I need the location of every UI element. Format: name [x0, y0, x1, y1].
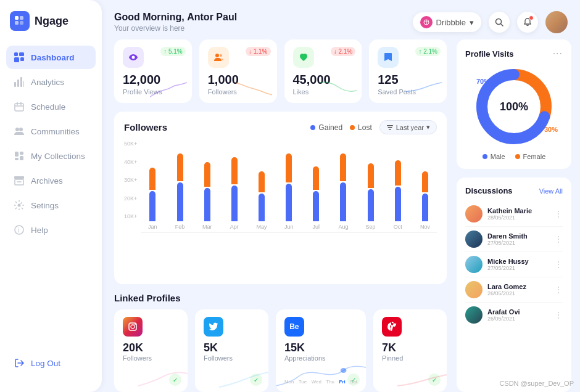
notification-button[interactable] [517, 12, 538, 33]
bar-blue [340, 182, 346, 221]
stat-card-saved-posts: 125 Saved Posts ↑ 2.1% [369, 39, 447, 103]
svg-rect-36 [389, 129, 391, 130]
bar-orange [231, 157, 238, 184]
svg-point-26 [15, 226, 23, 234]
linked-card-pinterest: 7K Pinned ✓ [373, 309, 447, 392]
sidebar-item-archives[interactable]: Archives [6, 169, 96, 192]
svg-rect-9 [17, 80, 19, 87]
bar-blue [313, 191, 319, 222]
bar-group-sep: Sep [359, 153, 383, 230]
bar-group-aug: Aug [331, 153, 355, 230]
instagram-label: Followers [123, 354, 179, 362]
linked-profiles-section: Linked Profiles 20K Followers ✓ [114, 293, 447, 392]
linked-cards: 20K Followers ✓ 5K Followers ✓ [114, 309, 447, 392]
svg-point-33 [220, 54, 222, 57]
sidebar-item-settings[interactable]: Setings [6, 194, 96, 217]
greeting-subtitle: Your overview is here [114, 24, 237, 33]
bar-label: Jun [284, 224, 294, 230]
nav-items: Dashboard Analytics [0, 46, 102, 345]
discussion-item[interactable]: Daren Smith 27/05/2021 ⋮ [465, 227, 563, 252]
bar-orange [149, 168, 155, 190]
discussion-name: Micke Hussy [487, 258, 549, 265]
legend-gained: Gained [310, 123, 342, 132]
search-button[interactable] [489, 12, 510, 33]
view-all-button[interactable]: View All [539, 187, 563, 195]
profile-visits-more[interactable]: ··· [553, 48, 563, 59]
bar-blue [149, 191, 155, 222]
sidebar-bottom: Log Out [0, 345, 102, 381]
discussion-name: Daren Smith [487, 232, 549, 240]
stat-cards: 12,000 Profile Views ↑ 5.1% 1,000 Follow… [114, 39, 447, 103]
logo-icon [10, 11, 30, 31]
female-dot [515, 154, 520, 159]
bar-orange [422, 171, 428, 192]
sidebar-item-communities[interactable]: Communities [6, 120, 96, 143]
platform-label: Dribbble [436, 18, 466, 27]
svg-rect-4 [14, 52, 18, 56]
schedule-label: Schedule [31, 102, 65, 112]
linked-card-twitter: 5K Followers ✓ [195, 309, 268, 392]
sidebar-item-schedule[interactable]: Schedule [6, 95, 96, 118]
bar-group-oct: Oct [386, 153, 410, 230]
bar-blue [204, 188, 210, 221]
discussion-more[interactable]: ⋮ [554, 285, 563, 295]
svg-rect-20 [15, 158, 19, 160]
discussion-more[interactable]: ⋮ [554, 310, 563, 320]
discussions-header: Discussions View All [465, 186, 563, 195]
archives-icon [14, 175, 25, 186]
sidebar-item-dashboard[interactable]: Dashboard [6, 46, 96, 69]
user-avatar[interactable] [545, 11, 568, 33]
svg-rect-8 [14, 82, 16, 87]
svg-point-31 [132, 56, 135, 59]
bar-group-mar: Mar [196, 153, 219, 230]
legend-lost: Lost [350, 123, 372, 132]
discussion-date: 27/05/2021 [487, 240, 549, 246]
stat-card-followers: 1,000 Followers ↓ 1.1% [199, 39, 277, 103]
behance-value: 15K [284, 341, 357, 354]
bar-group-may: May [250, 153, 273, 230]
bar-label: Oct [394, 224, 402, 230]
bar-blue [231, 186, 238, 222]
discussion-avatar [465, 256, 483, 273]
followers-section: Followers Gained Lost [114, 112, 447, 284]
discussion-item[interactable]: Micke Hussy 27/05/2021 ⋮ [465, 252, 563, 277]
svg-rect-35 [387, 127, 392, 128]
donut-legend: Male Female [465, 153, 563, 160]
svg-rect-5 [19, 52, 24, 56]
logout-button[interactable]: Log Out [6, 351, 96, 375]
sidebar: Ngage Dashboard [0, 0, 102, 392]
followers-title: Followers [124, 122, 167, 133]
profile-visits-header: Profile Visits ··· [465, 48, 563, 59]
svg-rect-7 [20, 57, 24, 61]
filter-label: Last year [396, 124, 424, 131]
discussion-info: Daren Smith 27/05/2021 [487, 232, 549, 246]
body-area: 12,000 Profile Views ↑ 5.1% 1,000 Follow… [102, 39, 580, 392]
discussion-more[interactable]: ⋮ [554, 209, 563, 219]
svg-rect-2 [15, 21, 19, 25]
stat-card-likes: 45,000 Likes ↓ 2.1% [284, 39, 362, 103]
discussion-item[interactable]: Kathein Marie 28/05/2021 ⋮ [465, 202, 563, 227]
discussion-item[interactable]: Arafat Ovi 26/05/2021 ⋮ [465, 303, 563, 327]
greeting-text: Good Morning, Antor Paul [114, 12, 237, 23]
discussion-more[interactable]: ⋮ [554, 234, 563, 244]
time-filter-button[interactable]: Last year ▾ [379, 120, 437, 134]
platform-selector[interactable]: Dribbble ▾ [413, 12, 481, 32]
sidebar-item-help[interactable]: i Help [6, 218, 96, 242]
twitter-value: 5K [204, 341, 260, 354]
male-percent-label: 70% [476, 78, 490, 85]
help-icon: i [14, 224, 25, 235]
lost-dot [350, 125, 355, 130]
discussion-more[interactable]: ⋮ [554, 259, 563, 269]
collections-icon [14, 150, 25, 161]
center-panel: 12,000 Profile Views ↑ 5.1% 1,000 Follow… [102, 39, 457, 392]
bar-label: Nov [420, 224, 430, 230]
discussion-item[interactable]: Lara Gomez 26/05/2021 ⋮ [465, 277, 563, 303]
discussions-list: Kathein Marie 28/05/2021 ⋮ Daren Smith 2… [465, 202, 563, 327]
bar-blue [286, 184, 292, 221]
filter-chevron: ▾ [426, 123, 430, 131]
female-percent-label: 30% [544, 126, 558, 133]
sidebar-item-collections[interactable]: My Collections [6, 144, 96, 168]
svg-rect-3 [20, 21, 23, 25]
sidebar-item-analytics[interactable]: Analytics [6, 70, 96, 94]
bar-orange [313, 166, 319, 190]
